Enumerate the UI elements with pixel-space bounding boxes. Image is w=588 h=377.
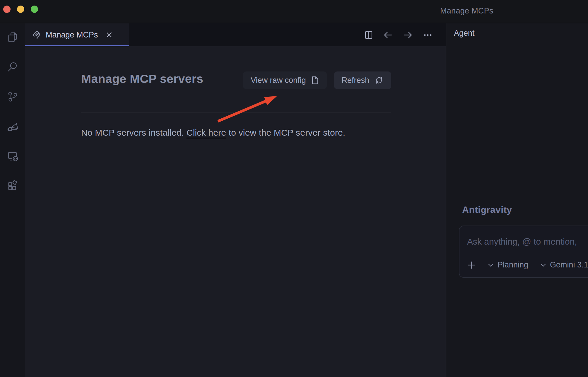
chevron-down-icon — [540, 262, 546, 268]
file-icon — [311, 76, 319, 85]
view-raw-config-label: View raw config — [251, 76, 306, 85]
close-window-button[interactable] — [3, 6, 11, 13]
empty-state-suffix: to view the MCP server store. — [226, 128, 345, 137]
forward-icon[interactable] — [403, 30, 413, 40]
page-title: Manage MCP servers — [81, 72, 203, 86]
section-divider — [81, 112, 391, 112]
close-tab-icon[interactable] — [104, 30, 114, 40]
mode-label: Planning — [498, 260, 528, 269]
agent-panel-title: Agent — [454, 29, 475, 38]
refresh-button[interactable]: Refresh — [334, 71, 392, 89]
chevron-down-icon — [488, 262, 494, 268]
titlebar: Manage MCPs — [0, 0, 588, 23]
extensions-icon[interactable] — [6, 179, 19, 192]
tab-label: Manage MCPs — [46, 30, 98, 40]
agent-input-card[interactable]: Ask anything, @ to mention, Planning — [459, 226, 588, 278]
agent-panel: Agent Antigravity Ask anything, @ to men… — [446, 23, 588, 377]
window-controls — [3, 6, 38, 13]
refresh-label: Refresh — [342, 76, 370, 85]
window-title: Manage MCPs — [440, 6, 493, 16]
refresh-icon — [374, 76, 384, 85]
more-actions-icon[interactable] — [423, 30, 433, 40]
brand-title: Antigravity — [462, 204, 512, 215]
model-label: Gemini 3.1 — [550, 260, 588, 269]
source-control-icon[interactable] — [6, 90, 19, 103]
app-window: Manage MCPs — [0, 0, 588, 377]
split-editor-icon[interactable] — [364, 30, 373, 40]
empty-state-prefix: No MCP servers installed. — [81, 128, 187, 137]
empty-state-text: No MCP servers installed. Click here to … — [81, 128, 345, 138]
add-context-button[interactable] — [467, 261, 476, 269]
mcp-icon — [32, 30, 41, 40]
header-buttons: View raw config Refresh — [243, 71, 391, 89]
view-raw-config-button[interactable]: View raw config — [243, 71, 327, 89]
back-icon[interactable] — [383, 30, 393, 40]
mode-selector[interactable]: Planning — [488, 260, 528, 269]
editor-content: Manage MCP servers View raw config Refre… — [25, 46, 446, 377]
tab-bar: Manage MCPs — [25, 23, 446, 46]
maximize-window-button[interactable] — [31, 6, 38, 13]
plus-icon — [467, 261, 476, 269]
tab-manage-mcps[interactable]: Manage MCPs — [25, 23, 129, 46]
activity-bar — [0, 23, 25, 377]
agent-panel-header: Agent — [446, 23, 588, 43]
editor-actions — [364, 23, 446, 46]
mcp-store-link[interactable]: Click here — [187, 128, 226, 137]
search-icon[interactable] — [6, 61, 19, 74]
model-selector[interactable]: Gemini 3.1 — [540, 260, 588, 269]
agent-input-placeholder: Ask anything, @ to mention, — [467, 237, 577, 247]
remote-explorer-icon[interactable] — [6, 149, 19, 162]
agent-input-controls: Planning Gemini 3.1 — [467, 260, 588, 269]
explorer-icon[interactable] — [6, 31, 19, 44]
run-debug-icon[interactable] — [6, 120, 19, 133]
minimize-window-button[interactable] — [17, 6, 24, 13]
